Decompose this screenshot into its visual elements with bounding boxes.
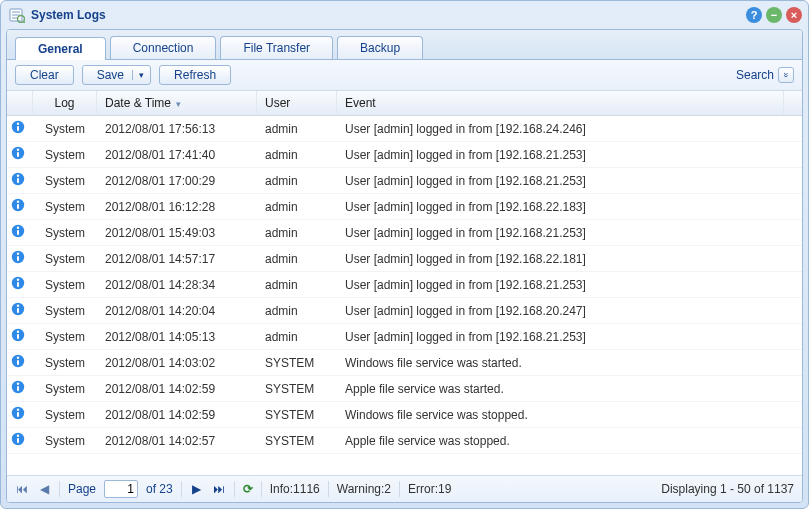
tab-connection[interactable]: Connection [110,36,217,59]
cell-log: System [33,429,97,453]
col-header-date[interactable]: Date & Time ▾ [97,91,257,115]
svg-line-5 [23,21,25,23]
table-row[interactable]: System2012/08/01 14:20:04adminUser [admi… [7,298,802,324]
svg-rect-28 [17,308,19,313]
cell-event: Windows file service was stopped. [337,403,802,427]
table-row[interactable]: System2012/08/01 14:03:02SYSTEMWindows f… [7,350,802,376]
search-expand-button[interactable]: » [778,67,794,83]
client-area: General Connection File Transfer Backup … [6,29,803,503]
table-row[interactable]: System2012/08/01 14:02:59SYSTEMApple fil… [7,376,802,402]
cell-user: admin [257,169,337,193]
cell-user: admin [257,325,337,349]
help-button[interactable]: ? [746,7,762,23]
svg-rect-31 [17,334,19,339]
page-input[interactable] [104,480,138,498]
svg-point-35 [17,357,19,359]
cell-event: User [admin] logged in from [192.168.21.… [337,221,802,245]
svg-point-38 [17,383,19,385]
save-button[interactable]: Save ▾ [82,65,151,85]
cell-event: User [admin] logged in from [192.168.22.… [337,247,802,271]
table-row[interactable]: System2012/08/01 14:57:17adminUser [admi… [7,246,802,272]
pager: ⏮ ◀ Page of 23 ▶ ⏭ ⟳ Info:1116 Warning:2… [7,475,802,502]
minimize-button[interactable]: − [766,7,782,23]
tab-backup[interactable]: Backup [337,36,423,59]
info-icon [11,198,25,212]
table-row[interactable]: System2012/08/01 17:56:13adminUser [admi… [7,116,802,142]
svg-point-17 [17,201,19,203]
info-icon [11,406,25,420]
table-row[interactable]: System2012/08/01 16:12:28adminUser [admi… [7,194,802,220]
table-row[interactable]: System2012/08/01 14:02:59SYSTEMWindows f… [7,402,802,428]
info-icon [11,354,25,368]
table-row[interactable]: System2012/08/01 17:41:40adminUser [admi… [7,142,802,168]
cell-user: admin [257,247,337,271]
cell-log: System [33,351,97,375]
table-row[interactable]: System2012/08/01 14:02:57SYSTEMApple fil… [7,428,802,454]
sort-desc-icon: ▾ [176,99,181,109]
window-title: System Logs [31,8,746,22]
clear-button[interactable]: Clear [15,65,74,85]
titlebar: System Logs ? − × [1,1,808,29]
cell-event: User [admin] logged in from [192.168.21.… [337,169,802,193]
info-icon [11,120,25,134]
tab-file-transfer[interactable]: File Transfer [220,36,333,59]
svg-rect-13 [17,178,19,183]
tabstrip: General Connection File Transfer Backup [7,30,802,60]
cell-user: admin [257,273,337,297]
svg-rect-25 [17,282,19,287]
svg-point-32 [17,331,19,333]
cell-date: 2012/08/01 14:20:04 [97,299,257,323]
cell-log: System [33,403,97,427]
svg-point-44 [17,435,19,437]
cell-log: System [33,325,97,349]
svg-rect-40 [17,412,19,417]
col-header-user[interactable]: User [257,91,337,115]
page-prev-button[interactable]: ◀ [37,482,51,496]
toolbar: Clear Save ▾ Refresh Search » [7,60,802,91]
cell-date: 2012/08/01 14:28:34 [97,273,257,297]
svg-rect-19 [17,230,19,235]
svg-point-14 [17,175,19,177]
cell-date: 2012/08/01 14:02:59 [97,403,257,427]
refresh-icon[interactable]: ⟳ [243,482,253,496]
col-header-date-label: Date & Time [105,96,171,110]
refresh-button[interactable]: Refresh [159,65,231,85]
svg-point-26 [17,279,19,281]
close-button[interactable]: × [786,7,802,23]
svg-point-29 [17,305,19,307]
cell-event: User [admin] logged in from [192.168.22.… [337,195,802,219]
cell-user: SYSTEM [257,351,337,375]
svg-point-41 [17,409,19,411]
cell-event: Apple file service was stopped. [337,429,802,453]
info-icon [11,250,25,264]
cell-date: 2012/08/01 17:56:13 [97,117,257,141]
cell-user: admin [257,117,337,141]
grid-header: Log Date & Time ▾ User Event [7,91,802,116]
cell-log: System [33,247,97,271]
cell-date: 2012/08/01 16:12:28 [97,195,257,219]
table-row[interactable]: System2012/08/01 14:28:34adminUser [admi… [7,272,802,298]
cell-user: SYSTEM [257,429,337,453]
cell-user: admin [257,143,337,167]
cell-log: System [33,169,97,193]
cell-log: System [33,221,97,245]
page-next-button[interactable]: ▶ [190,482,204,496]
col-header-icon[interactable] [7,91,33,115]
cell-log: System [33,377,97,401]
cell-event: User [admin] logged in from [192.168.20.… [337,299,802,323]
metric-info: Info:1116 [270,482,320,496]
info-icon [11,146,25,160]
cell-log: System [33,273,97,297]
tab-general[interactable]: General [15,37,106,60]
table-row[interactable]: System2012/08/01 15:49:03adminUser [admi… [7,220,802,246]
svg-point-23 [17,253,19,255]
col-header-log[interactable]: Log [33,91,97,115]
cell-date: 2012/08/01 14:03:02 [97,351,257,375]
col-header-event[interactable]: Event [337,91,784,115]
svg-point-11 [17,149,19,151]
table-row[interactable]: System2012/08/01 14:05:13adminUser [admi… [7,324,802,350]
grid-body[interactable]: System2012/08/01 17:56:13adminUser [admi… [7,116,802,475]
page-first-button[interactable]: ⏮ [15,482,29,496]
table-row[interactable]: System2012/08/01 17:00:29adminUser [admi… [7,168,802,194]
page-last-button[interactable]: ⏭ [212,482,226,496]
